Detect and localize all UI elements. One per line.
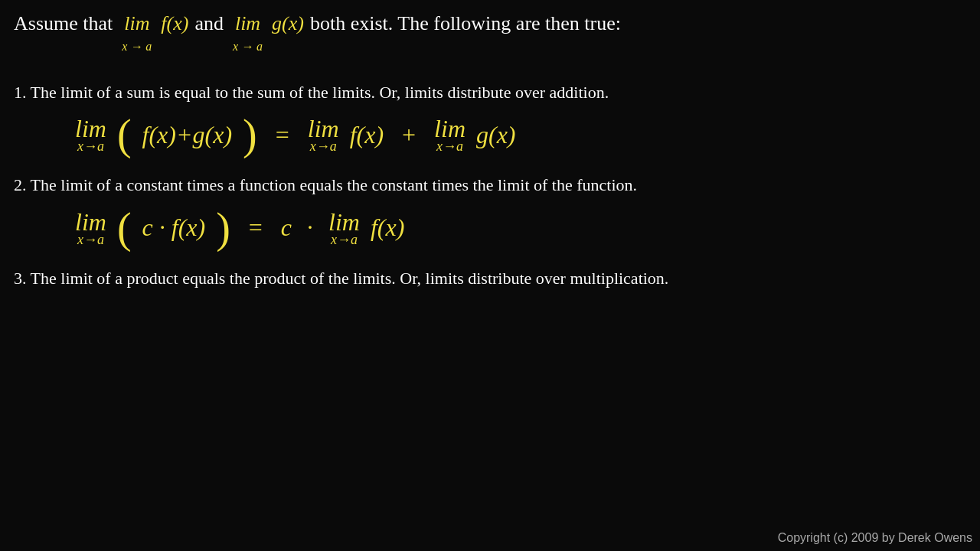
both-exist-text: both exist. The following are then true:	[310, 8, 621, 40]
rule1-plus: +	[402, 121, 416, 149]
and-text: and	[194, 8, 224, 40]
rule1-close-paren: )	[243, 113, 257, 156]
rule1-lim3: lim x→a	[434, 115, 466, 155]
rule1-inner-func: f(x)+g(x)	[142, 121, 233, 149]
rule2-text: 2. The limit of a constant times a funct…	[14, 171, 966, 198]
rule2-inner-func: c · f(x)	[142, 214, 206, 242]
rule2-dot: ·	[307, 214, 313, 242]
rule3-number: 3.	[14, 269, 27, 288]
rule3-text: 3. The limit of a product equals the pro…	[14, 265, 966, 292]
rule2-lim2: lim x→a	[328, 208, 360, 248]
rule1-equals: =	[276, 121, 289, 149]
rule2-open-paren: (	[117, 207, 132, 249]
rule2-formula: lim x→a ( c · f(x) ) = c · lim x→a f(x)	[75, 207, 966, 249]
rule1-open-paren: (	[117, 113, 132, 156]
lim1-block: lim x → a	[122, 8, 152, 56]
assume-text: Assume that	[14, 8, 113, 40]
rule1-text: 1. The limit of a sum is equal to the su…	[14, 79, 966, 106]
rule1-func2: g(x)	[476, 121, 516, 149]
lim2-block: lim x → a	[233, 8, 263, 56]
lim2-sub: x → a	[233, 37, 263, 57]
rule1-lim1: lim x→a	[75, 115, 106, 155]
rule1-description: The limit of a sum is equal to the sum o…	[31, 83, 609, 102]
rule1-lim2: lim x→a	[308, 115, 339, 155]
lim1-func: f(x)	[161, 8, 188, 40]
rule2-const: c	[281, 214, 292, 242]
rule2-description: The limit of a constant times a function…	[31, 175, 637, 194]
rule2-section: 2. The limit of a constant times a funct…	[14, 171, 966, 249]
rule2-lim1: lim x→a	[75, 208, 106, 248]
rule2-func: f(x)	[371, 214, 404, 242]
rule1-section: 1. The limit of a sum is equal to the su…	[14, 79, 966, 156]
rule2-close-paren: )	[216, 207, 230, 249]
lim2-word: lim	[235, 8, 260, 40]
lim2-func: g(x)	[272, 8, 304, 40]
copyright-text: Copyright (c) 2009 by Derek Owens	[778, 531, 972, 545]
rule2-number: 2.	[14, 175, 27, 194]
header-line: Assume that lim x → a f(x) and lim x → a…	[14, 8, 966, 56]
rule1-func1: f(x)	[350, 121, 384, 149]
rule1-number: 1.	[14, 83, 27, 102]
rule3-section: 3. The limit of a product equals the pro…	[14, 265, 966, 292]
main-content: Assume that lim x → a f(x) and lim x → a…	[0, 0, 980, 315]
rule2-equals: =	[249, 214, 263, 242]
rule1-formula: lim x→a ( f(x)+g(x) ) = lim x→a f(x) + l…	[75, 113, 966, 156]
lim1-sub: x → a	[122, 37, 152, 57]
rule3-description: The limit of a product equals the produc…	[31, 269, 669, 288]
lim1-word: lim	[124, 8, 149, 40]
